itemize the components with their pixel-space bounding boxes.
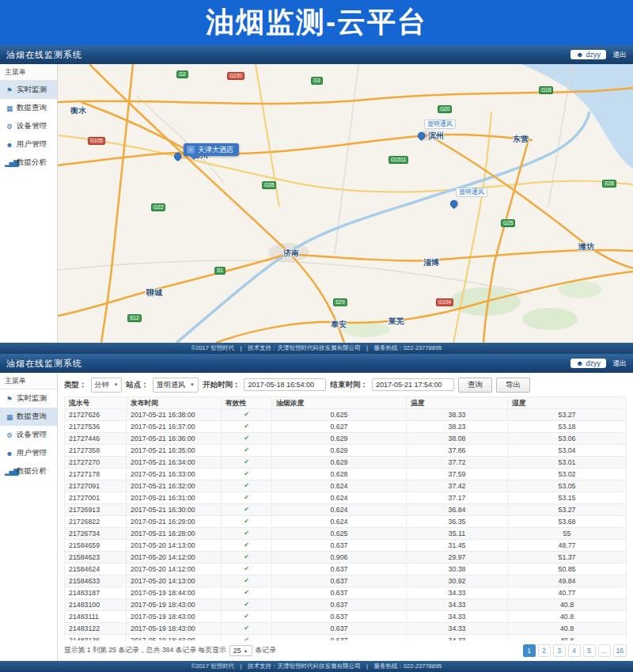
filter-bar: 类型： 分钟 ▼ 站点： 显明通风 ▼ 开始时间： 2017-05-18 16:… bbox=[58, 373, 633, 397]
column-header[interactable]: 发布时间 bbox=[127, 397, 222, 409]
chevron-down-icon: ▼ bbox=[190, 382, 195, 387]
page-button[interactable]: 2 bbox=[538, 644, 551, 657]
hotel-marker-balloon[interactable]: ⌂ 天津大酒店 bbox=[184, 143, 239, 156]
user-chip[interactable]: ☻ dzyy bbox=[570, 359, 606, 368]
export-button[interactable]: 导出 bbox=[496, 378, 530, 393]
cell-humidity: 40.8 bbox=[508, 635, 627, 641]
flag-icon: ⚑ bbox=[5, 86, 13, 94]
start-time-label: 开始时间： bbox=[203, 380, 241, 390]
cell-serial: 21483136 bbox=[65, 635, 127, 641]
sidebar-item[interactable]: ⚙ 设备管理 bbox=[0, 426, 57, 444]
app-title: 油烟在线监测系统 bbox=[6, 49, 82, 61]
start-time-input[interactable]: 2017-05-18 16:54:00 bbox=[244, 378, 326, 391]
logout-link[interactable]: 退出 bbox=[612, 359, 627, 369]
column-header[interactable]: 有效性 bbox=[222, 397, 272, 409]
sidebar-item[interactable]: ▦ 数据查询 bbox=[0, 408, 57, 426]
sidebar-item-label: 数据查询 bbox=[17, 412, 47, 422]
valid-check-icon: ✔ bbox=[222, 528, 272, 540]
flag-icon: ⚑ bbox=[5, 395, 13, 403]
page-size-select[interactable]: 25 ▲ bbox=[229, 645, 252, 656]
map-city-label: 莱芜 bbox=[389, 316, 404, 327]
page-button[interactable]: 16 bbox=[613, 644, 627, 657]
table-row[interactable]: 21727358 2017-05-21 16:35:00 ✔ 0.629 37.… bbox=[65, 445, 627, 457]
cell-density: 0.637 bbox=[272, 587, 407, 599]
cell-serial: 21584623 bbox=[65, 552, 127, 564]
cell-temperature: 37.42 bbox=[407, 480, 508, 492]
table-row[interactable]: 21727626 2017-05-21 16:38:00 ✔ 0.625 38.… bbox=[65, 409, 627, 421]
page-button[interactable]: ... bbox=[598, 644, 611, 657]
cell-publish-time: 2017-05-21 16:34:00 bbox=[127, 457, 222, 469]
station-marker-label[interactable]: 显明通风 bbox=[456, 188, 487, 197]
cell-humidity: 49.84 bbox=[508, 575, 627, 587]
sidebar-item[interactable]: ☻ 用户管理 bbox=[0, 135, 57, 154]
cell-publish-time: 2017-05-21 16:30:00 bbox=[127, 504, 222, 516]
sidebar-item-label: 设备管理 bbox=[17, 121, 47, 131]
table-row[interactable]: 21726734 2017-05-21 16:28:00 ✔ 0.625 35.… bbox=[65, 528, 627, 540]
sidebar-item[interactable]: ☻ 用户管理 bbox=[0, 444, 57, 462]
column-header[interactable]: 油烟浓度 bbox=[272, 397, 407, 409]
sidebar: 主菜单 ⚑ 实时监测 ▦ 数据查询 ⚙ 设备管理 bbox=[0, 373, 58, 661]
user-chip[interactable]: ☻ dzyy bbox=[570, 50, 606, 59]
page-button[interactable]: 3 bbox=[553, 644, 566, 657]
cell-humidity: 48.77 bbox=[508, 540, 627, 552]
sidebar-menu: ⚑ 实时监测 ▦ 数据查询 ⚙ 设备管理 ☻ bbox=[0, 389, 57, 480]
table-row[interactable]: 21584633 2017-05-20 14:13:00 ✔ 0.637 30.… bbox=[65, 575, 627, 587]
page-button[interactable]: 5 bbox=[583, 644, 596, 657]
table-row[interactable]: 21727270 2017-05-21 16:34:00 ✔ 0.629 37.… bbox=[65, 457, 627, 469]
end-time-label: 结束时间： bbox=[330, 380, 368, 390]
page-button[interactable]: 4 bbox=[568, 644, 581, 657]
monitor-panel: 油烟在线监测系统 ☻ dzyy 退出 主菜单 ⚑ 实时监测 ▦ bbox=[0, 45, 633, 354]
logout-link[interactable]: 退出 bbox=[612, 50, 627, 60]
cell-density: 0.629 bbox=[272, 445, 407, 457]
type-select[interactable]: 分钟 ▼ bbox=[91, 378, 123, 393]
table-row[interactable]: 21727178 2017-05-21 16:33:00 ✔ 0.628 37.… bbox=[65, 469, 627, 480]
sidebar-item-label: 实时监测 bbox=[17, 393, 47, 404]
sidebar-item[interactable]: ⚙ 设备管理 bbox=[0, 117, 57, 135]
valid-check-icon: ✔ bbox=[222, 599, 272, 611]
station-marker-label[interactable]: 显明通风 bbox=[424, 120, 456, 129]
road-shield: G3 bbox=[311, 77, 323, 85]
table-row[interactable]: 21727536 2017-05-21 16:37:00 ✔ 0.627 38.… bbox=[65, 421, 627, 433]
map-view[interactable]: 衡水 德州 滨州 东营 济南 聊城 泰安 莱芜 淄博 潍坊 G2 G3 G20 … bbox=[58, 64, 633, 343]
cell-humidity: 53.15 bbox=[508, 492, 627, 504]
table-row[interactable]: 21726913 2017-05-21 16:30:00 ✔ 0.624 36.… bbox=[65, 504, 627, 516]
column-header[interactable]: 温度 bbox=[407, 397, 508, 409]
table-row[interactable]: 21483187 2017-05-19 18:44:00 ✔ 0.637 34.… bbox=[65, 587, 627, 599]
sidebar-item[interactable]: ⚑ 实时监测 bbox=[0, 389, 57, 408]
table-row[interactable]: 21483136 2017-05-19 18:43:00 ✔ 0.637 34.… bbox=[65, 635, 627, 641]
table-icon: ▦ bbox=[5, 104, 13, 112]
sidebar-item[interactable]: ▦ 数据查询 bbox=[0, 99, 57, 117]
valid-check-icon: ✔ bbox=[222, 635, 272, 641]
table-row[interactable]: 21483122 2017-05-19 18:43:00 ✔ 0.637 34.… bbox=[65, 623, 627, 635]
table-row[interactable]: 21726822 2017-05-21 16:29:00 ✔ 0.624 36.… bbox=[65, 516, 627, 528]
page-button[interactable]: 1 bbox=[523, 644, 536, 657]
data-table: 流水号 发布时间 有效性 油烟浓度 温度 湿度 bbox=[64, 397, 627, 640]
sidebar-item-label: 用户管理 bbox=[17, 448, 47, 458]
table-row[interactable]: 21483100 2017-05-19 18:43:00 ✔ 0.637 34.… bbox=[65, 599, 627, 611]
column-header[interactable]: 流水号 bbox=[65, 397, 127, 409]
query-content: 类型： 分钟 ▼ 站点： 显明通风 ▼ 开始时间： 2017-05-18 16:… bbox=[58, 373, 633, 661]
cell-density: 0.624 bbox=[272, 480, 407, 492]
station-select[interactable]: 显明通风 ▼ bbox=[153, 378, 199, 393]
table-row[interactable]: 21727091 2017-05-21 16:32:00 ✔ 0.624 37.… bbox=[65, 480, 627, 492]
table-row[interactable]: 21483111 2017-05-19 18:43:00 ✔ 0.637 34.… bbox=[65, 611, 627, 623]
column-header[interactable]: 湿度 bbox=[508, 397, 627, 409]
table-row[interactable]: 21727001 2017-05-21 16:31:00 ✔ 0.624 37.… bbox=[65, 492, 627, 504]
sidebar-item[interactable]: ▂▅▇ 数据分析 bbox=[0, 154, 57, 172]
table-row[interactable]: 21584624 2017-05-20 14:12:00 ✔ 0.637 30.… bbox=[65, 564, 627, 575]
valid-check-icon: ✔ bbox=[222, 564, 272, 575]
map-city-label: 潍坊 bbox=[578, 241, 594, 252]
sidebar-item[interactable]: ⚑ 实时监测 bbox=[0, 81, 57, 99]
table-row[interactable]: 21584623 2017-05-20 14:12:00 ✔ 0.906 29.… bbox=[65, 552, 627, 564]
sidebar-item[interactable]: ▂▅▇ 数据分析 bbox=[0, 462, 57, 480]
username: dzyy bbox=[586, 51, 601, 59]
search-button[interactable]: 查询 bbox=[458, 378, 492, 393]
table-row[interactable]: 21584659 2017-05-20 14:13:00 ✔ 0.637 31.… bbox=[65, 540, 627, 552]
cell-humidity: 40.77 bbox=[508, 587, 627, 599]
road-shield: G25 bbox=[501, 219, 515, 227]
table-row[interactable]: 21727446 2017-05-21 16:36:00 ✔ 0.629 38.… bbox=[65, 433, 627, 445]
cell-humidity: 53.05 bbox=[508, 480, 627, 492]
cell-humidity: 53.68 bbox=[508, 516, 627, 528]
cell-density: 0.637 bbox=[272, 599, 407, 611]
end-time-input[interactable]: 2017-05-21 17:54:00 bbox=[372, 378, 454, 391]
